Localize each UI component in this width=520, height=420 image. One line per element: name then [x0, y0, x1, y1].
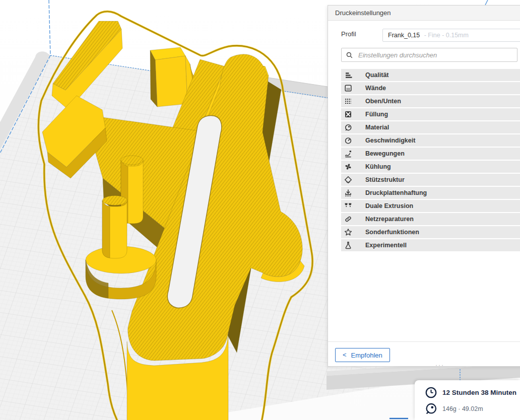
category-travel[interactable]: Bewegungen	[341, 148, 520, 160]
category-special-modes[interactable]: Sonderfunktionen	[341, 226, 520, 238]
experimental-flask-icon	[344, 241, 352, 249]
settings-search	[341, 48, 517, 62]
infill-icon	[344, 110, 352, 118]
profile-dropdown[interactable]: Frank_0,15 - Fine - 0.15mm	[382, 29, 520, 42]
category-mesh-fixes[interactable]: Netzreparaturen	[341, 213, 520, 225]
panel-title: Druckeinstellungen	[328, 6, 520, 21]
panel-resize-grip[interactable]: ···	[435, 362, 444, 369]
support-icon	[344, 176, 352, 184]
category-label: Experimentell	[365, 242, 407, 249]
category-quality[interactable]: Qualität	[341, 69, 520, 81]
material-usage-value: 146g · 49.02m	[442, 405, 483, 412]
category-adhesion[interactable]: Druckplattenhaftung	[341, 187, 520, 199]
category-label: Druckplattenhaftung	[365, 189, 427, 196]
search-input[interactable]	[357, 51, 513, 59]
travel-moves-icon	[344, 150, 352, 158]
category-label: Oben/Unten	[365, 98, 401, 105]
category-label: Stützstruktur	[365, 176, 405, 183]
speed-gauge-icon	[344, 136, 352, 145]
chevron-left-icon: <	[343, 352, 347, 358]
category-label: Sonderfunktionen	[365, 229, 419, 236]
category-label: Kühlung	[365, 163, 391, 170]
category-label: Wände	[365, 85, 386, 92]
category-cooling[interactable]: Kühlung	[341, 161, 520, 173]
category-label: Netzreparaturen	[365, 216, 414, 223]
cooling-fan-icon	[344, 163, 352, 171]
category-label: Material	[365, 124, 389, 131]
print-settings-panel: Druckeinstellungen Profil Frank_0,15 - F…	[328, 5, 520, 367]
category-label: Duale Extrusion	[365, 202, 413, 209]
material-usage-row: 146g · 49.02m	[425, 402, 483, 415]
print-time-row: 12 Stunden 38 Minuten	[425, 386, 516, 399]
top-bottom-icon	[344, 97, 352, 105]
recommended-mode-button[interactable]: < Empfohlen	[335, 348, 390, 362]
walls-icon	[344, 84, 352, 92]
category-label: Füllung	[365, 111, 388, 118]
material-spool-icon	[344, 123, 352, 131]
category-experimental[interactable]: Experimentell	[341, 239, 520, 251]
cura-window: { "panel": { "title": "Druckeinstellunge…	[0, 0, 520, 420]
recommended-label: Empfohlen	[351, 352, 382, 359]
category-material[interactable]: Material	[341, 121, 520, 133]
search-icon	[346, 51, 353, 59]
clock-icon	[425, 386, 437, 399]
mesh-fixes-icon	[344, 215, 352, 223]
settings-category-list: Qualität Wände Oben/Unten	[341, 69, 520, 252]
category-walls[interactable]: Wände	[341, 82, 520, 94]
print-summary-card: 12 Stunden 38 Minuten 146g · 49.02m	[415, 380, 520, 420]
category-support[interactable]: Stützstruktur	[341, 174, 520, 186]
profile-label: Profil	[341, 30, 356, 38]
spool-icon	[425, 402, 437, 415]
print-time-value: 12 Stunden 38 Minuten	[442, 389, 516, 396]
category-infill[interactable]: Füllung	[341, 108, 520, 120]
panel-separator	[328, 341, 520, 342]
category-speed[interactable]: Geschwindigkeit	[341, 134, 520, 147]
category-label: Geschwindigkeit	[365, 137, 415, 144]
category-top-bottom[interactable]: Oben/Unten	[341, 95, 520, 107]
special-modes-star-icon	[344, 228, 352, 236]
dual-extrusion-icon	[344, 202, 352, 210]
profile-suffix: - Fine - 0.15mm	[422, 32, 469, 39]
category-dual-extrusion[interactable]: Duale Extrusion	[341, 200, 520, 212]
adhesion-icon	[344, 189, 352, 197]
profile-name: Frank_0,15	[388, 32, 420, 39]
quality-layers-icon	[344, 71, 352, 79]
category-label: Bewegungen	[365, 150, 405, 157]
category-label: Qualität	[365, 72, 389, 79]
